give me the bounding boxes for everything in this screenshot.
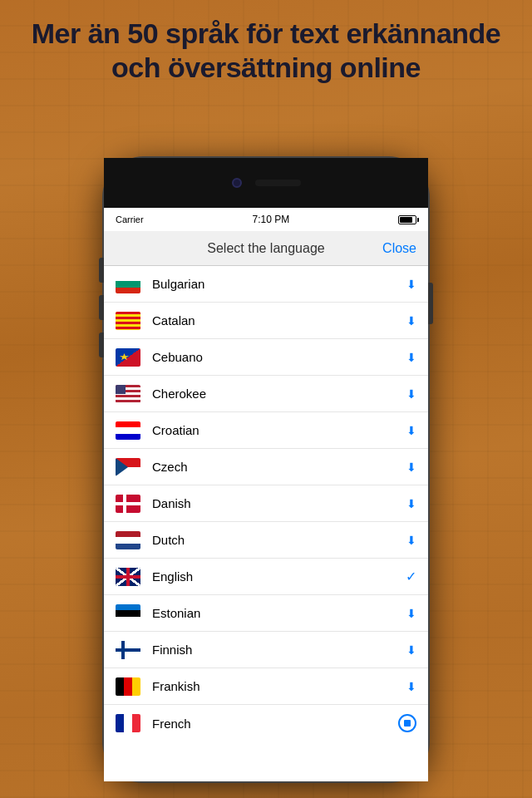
flag-finnish: [116, 641, 140, 659]
list-item[interactable]: Danish ⬇: [104, 485, 428, 522]
list-item[interactable]: Finnish ⬇: [104, 632, 428, 668]
language-name: Bulgarian: [152, 277, 406, 291]
stop-button[interactable]: [398, 714, 416, 732]
flag-cherokee: [116, 385, 140, 403]
download-icon[interactable]: ⬇: [406, 643, 416, 657]
language-name: Dutch: [152, 533, 406, 547]
download-icon[interactable]: ⬇: [406, 387, 416, 401]
top-bezel: [104, 158, 428, 208]
flag-czech: [116, 458, 140, 476]
list-item[interactable]: Croatian ⬇: [104, 412, 428, 449]
download-icon[interactable]: ⬇: [406, 424, 416, 437]
list-item[interactable]: French: [104, 705, 428, 741]
language-name: Czech: [152, 460, 406, 474]
nav-bar: Select the language Close: [104, 231, 428, 266]
list-item[interactable]: Cherokee ⬇: [104, 376, 428, 412]
language-list: Bulgarian ⬇ Catalan ⬇ Cebuano ⬇: [104, 266, 428, 781]
camera: [232, 178, 242, 188]
flag-dutch: [116, 531, 140, 549]
download-icon[interactable]: ⬇: [406, 534, 416, 547]
download-icon[interactable]: ⬇: [406, 497, 416, 510]
download-icon[interactable]: ⬇: [406, 278, 416, 291]
checkmark-icon: ✓: [406, 569, 416, 584]
battery-icon: [398, 215, 416, 224]
flag-croatian: [116, 421, 140, 440]
close-button[interactable]: Close: [382, 241, 416, 256]
download-icon[interactable]: ⬇: [406, 461, 416, 474]
flag-estonian: [116, 604, 140, 623]
headline: Mer än 50 språk för text erkännande och …: [17, 17, 515, 85]
download-icon[interactable]: ⬇: [406, 351, 416, 364]
flag-catalan: [116, 312, 140, 330]
list-item[interactable]: Dutch ⬇: [104, 522, 428, 559]
language-name: Danish: [152, 496, 406, 510]
nav-title: Select the language: [207, 241, 324, 256]
language-name: Croatian: [152, 423, 406, 437]
flag-frankish: [116, 677, 140, 696]
language-name: Frankish: [152, 679, 406, 693]
time-label: 7:10 PM: [252, 214, 289, 225]
stop-icon: [404, 720, 411, 727]
carrier-label: Carrier: [116, 214, 144, 224]
download-icon[interactable]: ⬇: [406, 607, 416, 620]
list-item[interactable]: Estonian ⬇: [104, 595, 428, 632]
language-name: Cherokee: [152, 387, 406, 401]
status-bar: Carrier 7:10 PM: [104, 208, 428, 231]
flag-danish: [116, 495, 140, 513]
language-name: Finnish: [152, 643, 406, 657]
phone-shell: Carrier 7:10 PM Select the language Clos…: [104, 158, 428, 781]
list-item[interactable]: English ✓: [104, 559, 428, 595]
language-name: Cebuano: [152, 350, 406, 364]
flag-bulgarian: [116, 275, 140, 293]
battery-fill: [400, 217, 412, 223]
screen-content: Carrier 7:10 PM Select the language Clos…: [104, 208, 428, 781]
language-name: Estonian: [152, 606, 406, 620]
language-name: Catalan: [152, 313, 406, 328]
list-item[interactable]: Frankish ⬇: [104, 668, 428, 705]
download-icon[interactable]: ⬇: [406, 680, 416, 693]
language-name: French: [152, 717, 398, 731]
list-item[interactable]: Czech ⬇: [104, 449, 428, 485]
language-name: English: [152, 569, 406, 584]
list-item[interactable]: Bulgarian ⬇: [104, 266, 428, 303]
battery-area: [398, 215, 416, 224]
flag-english: [116, 568, 140, 586]
flag-cebuano: [116, 348, 140, 367]
speaker: [255, 180, 301, 186]
list-item[interactable]: Cebuano ⬇: [104, 339, 428, 376]
download-icon[interactable]: ⬇: [406, 314, 416, 328]
list-item[interactable]: Catalan ⬇: [104, 303, 428, 339]
flag-french: [116, 714, 140, 732]
